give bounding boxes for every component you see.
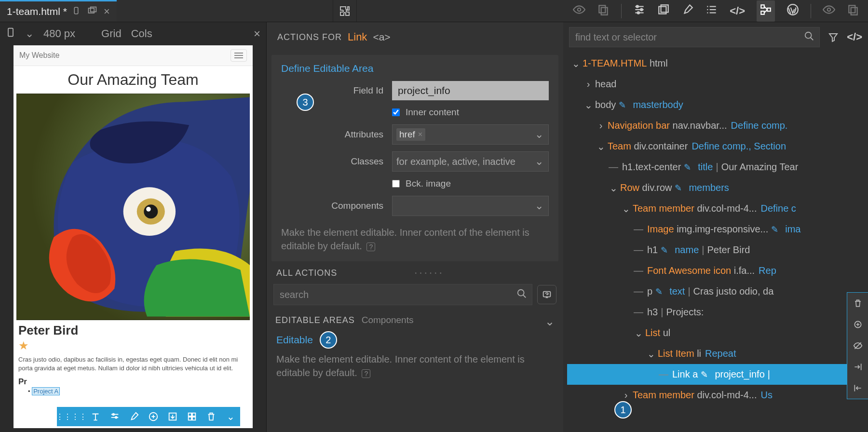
tree-node-body[interactable]: ⌄body✎masterbody [567,94,868,115]
viewport-width[interactable]: 480 px [43,27,75,40]
chevron-down-icon[interactable]: ⌄ [535,128,543,141]
add-icon[interactable] [144,407,163,426]
sliders-icon[interactable] [105,407,124,426]
help-icon[interactable]: ? [362,369,370,378]
trash-icon[interactable] [847,293,868,314]
eye-icon-2[interactable] [823,3,835,19]
tree-node-list[interactable]: ⌄List ul [567,323,868,343]
code-icon[interactable]: </> [730,5,745,17]
step-badge-3: 3 [297,94,314,111]
code-icon[interactable]: </> [847,31,862,43]
wordpress-icon[interactable] [787,3,799,19]
svg-rect-43 [192,413,195,416]
tree-node-h3[interactable]: —h3|Projects: [567,302,868,323]
attributes-select[interactable]: href× ⌄ [392,124,549,145]
help-icon[interactable]: ? [366,243,375,251]
panels-icon[interactable] [657,3,670,19]
tree-icon[interactable] [757,0,775,22]
actions-search-input[interactable]: search [273,284,532,305]
site-title: My Website [19,51,59,60]
collapse-left-icon[interactable] [847,378,868,399]
help-button[interactable] [537,285,556,304]
text-edit-icon[interactable] [86,407,105,426]
field-id-input[interactable] [392,81,549,100]
tree-node-image[interactable]: —Image img.img-responsive...✎ima [567,219,868,240]
selection-toolbar: ⋮⋮⋮⋮ ⌄ [57,407,240,426]
more-icon[interactable]: ⌄ [221,407,240,426]
member-image [16,94,250,320]
page-preview[interactable]: My Website Our Amazing Team [14,45,253,428]
search-icon[interactable] [516,288,527,301]
svg-line-50 [811,37,814,40]
collapse-right-icon[interactable] [847,356,868,378]
svg-rect-21 [761,11,764,14]
filter-icon[interactable] [825,28,842,46]
sliders-icon[interactable] [633,3,646,19]
multi-window-icon[interactable] [87,6,97,18]
tree-node-nav[interactable]: ›Navigation bar nav.navbar...Define comp… [567,115,868,136]
bck-image-label: Bck. image [406,178,451,189]
drag-grip-icon[interactable]: ⋮⋮⋮⋮ [57,412,86,421]
eye-icon[interactable] [573,3,585,19]
project-link[interactable]: • Project A [28,388,253,395]
device-button[interactable] [6,26,15,41]
chevron-down-icon[interactable]: ⌄ [535,155,543,168]
brush-icon[interactable] [124,407,144,426]
step-badge-2: 2 [320,331,337,349]
insert-icon[interactable] [163,407,182,426]
chevron-down-icon[interactable]: ⌄ [535,200,543,212]
editable-action[interactable]: Editable [276,334,313,346]
svg-point-26 [827,8,831,11]
components-select[interactable]: ⌄ [392,196,549,216]
define-editable-block: Define Editable Area 3 Field Id Inner co… [271,55,558,261]
tree-search-input[interactable]: find text or selector [569,27,820,47]
components-label: Components [281,201,392,211]
tree-node-fa[interactable]: —Font Awesome icon i.fa...Rep [567,260,868,281]
chevron-down-icon[interactable]: ⌄ [545,315,555,328]
member-name: Peter Bird [14,320,253,339]
classes-select[interactable]: for example, active, inactive ⌄ [392,151,549,172]
remove-chip-icon[interactable]: × [418,130,422,139]
inner-content-checkbox[interactable] [392,108,400,116]
target-add-icon[interactable] [847,314,868,335]
tree-node-list-item[interactable]: ⌄List Item liRepeat [567,343,868,364]
grid-toggle[interactable]: Grid [101,27,122,40]
tree-node-team-member-2[interactable]: ›Team member div.col-md-4...Us [567,385,868,405]
close-icon[interactable]: × [254,27,260,40]
tree-node-p[interactable]: —p✎text|Cras justo odio, da [567,281,868,302]
svg-point-33 [146,207,151,212]
tree-node-head[interactable]: ›head [567,74,868,94]
hamburger-icon[interactable] [231,49,247,62]
search-icon[interactable] [804,31,814,44]
attributes-label: Attributes [281,129,392,140]
all-actions-label: ALL ACTIONS [276,268,337,278]
tree-node-root[interactable]: ⌄1-TEAM.HTML html [567,53,868,74]
tree-node-h1[interactable]: —h1.text-center✎title|Our Amazing Tear [567,157,868,177]
cols-toggle[interactable]: Cols [131,27,152,40]
trash-icon[interactable] [202,407,221,426]
eye-off-icon[interactable] [847,335,868,356]
tree-node-h1-name[interactable]: —h1✎name|Peter Bird [567,240,868,260]
tree-node-team[interactable]: ⌄Team div.containerDefine comp., Section [567,136,868,157]
file-tab[interactable]: 1-team.html * × [0,0,117,22]
tree-node-link-selected[interactable]: —Link a✎project_info| [567,364,868,385]
copy-icon[interactable] [597,3,610,19]
tree-node-team-member[interactable]: ⌄Team member div.col-md-4...Define c [567,198,868,219]
list-icon[interactable] [705,3,718,19]
tab-filename: 1-team.html * [7,6,67,17]
copy-icon-2[interactable] [847,3,859,19]
step-badge-1: 1 [614,401,632,418]
tree-node-row[interactable]: ⌄Row div.row✎members [567,177,868,198]
bck-image-checkbox[interactable] [392,180,400,188]
svg-rect-2 [91,7,96,12]
define-editable-title: Define Editable Area [281,63,549,74]
chevron-down-icon[interactable]: ⌄ [25,27,34,40]
svg-point-32 [144,204,158,218]
grid-icon[interactable] [182,407,202,426]
device-icon[interactable] [72,5,81,18]
brush-icon[interactable] [681,3,694,19]
close-tab-icon[interactable]: × [104,5,110,18]
svg-rect-27 [849,5,855,13]
puzzle-icon[interactable] [333,0,357,22]
inner-content-label: Inner content [406,107,459,118]
